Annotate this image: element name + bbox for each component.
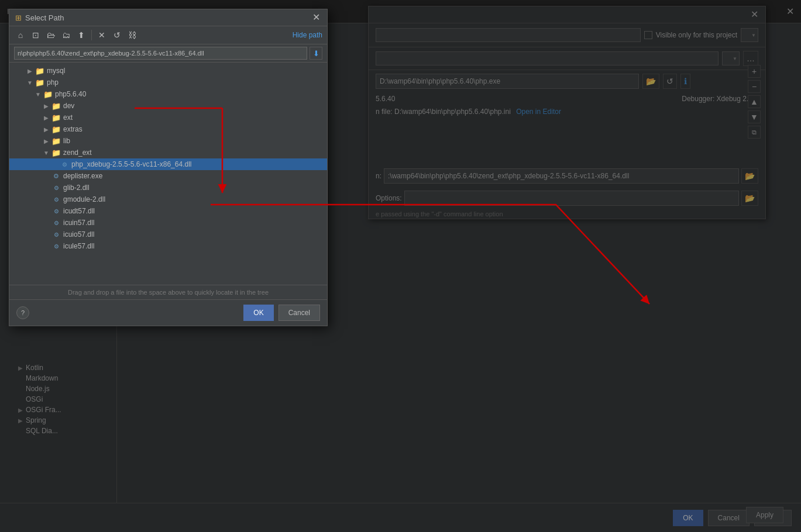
tree-item-lib[interactable]: ▶ 📁 lib — [9, 135, 327, 147]
tree-item-label: php_xdebug-2.5.5-5.6-vc11-x86_64.dll — [71, 160, 191, 168]
link-button[interactable]: ⛓ — [126, 29, 139, 42]
tree-item-php[interactable]: ▼ 📁 php — [9, 77, 327, 88]
tree-item-label: glib-2.dll — [63, 184, 90, 192]
icuin-file-icon: ⚙ — [51, 218, 61, 227]
tree-item-label: icuio57.dll — [63, 230, 94, 239]
mysql-arrow-icon: ▶ — [27, 68, 33, 74]
download-icon: ⬇ — [313, 49, 319, 58]
zendext-arrow-icon: ▼ — [43, 150, 49, 156]
dialog-help-button[interactable]: ? — [16, 306, 29, 319]
new-folder-button[interactable]: 🗁 — [44, 29, 57, 42]
tree-item-gmodule[interactable]: ⚙ gmodule-2.dll — [9, 194, 327, 205]
hint-text: Drag and drop a file into the space abov… — [68, 289, 269, 296]
dialog-footer-buttons: OK Cancel — [243, 305, 320, 321]
tree-item-label: lib — [63, 137, 70, 145]
folder-up-button[interactable]: ⬆ — [75, 29, 88, 42]
new-folder-icon: 🗁 — [47, 30, 55, 40]
mysql-folder-icon: 📁 — [35, 66, 44, 75]
path-input[interactable] — [14, 47, 307, 60]
file-tree[interactable]: ▶ 📁 mysql ▼ 📁 php ▼ 📁 php5.6.40 ▶ 📁 dev … — [9, 63, 327, 285]
lib-folder-icon: 📁 — [51, 136, 61, 146]
select-path-titlebar: ⊞ Select Path ✕ — [9, 9, 327, 26]
link-icon: ⛓ — [128, 30, 136, 40]
home-button[interactable]: ⌂ — [14, 29, 27, 42]
dev-folder-icon: 📁 — [51, 101, 61, 110]
gmodule-file-icon: ⚙ — [51, 195, 61, 204]
tree-item-icule[interactable]: ⚙ icule57.dll — [9, 240, 327, 252]
tree-item-label: icuin57.dll — [63, 219, 94, 227]
tree-item-label: icudt57.dll — [63, 207, 95, 215]
tree-item-xdebug-dll[interactable]: ⚙ php_xdebug-2.5.5-5.6-vc11-x86_64.dll — [9, 158, 327, 170]
tree-item-mysql[interactable]: ▶ 📁 mysql — [9, 65, 327, 77]
lib-arrow-icon: ▶ — [43, 138, 49, 144]
delete-icon: ✕ — [98, 30, 105, 40]
select-path-icon: ⊞ — [15, 13, 22, 22]
ext-arrow-icon: ▶ — [43, 115, 49, 121]
tree-item-php5640[interactable]: ▼ 📁 php5.6.40 — [9, 88, 327, 100]
tree-item-label: dev — [63, 102, 74, 110]
tree-item-zend-ext[interactable]: ▼ 📁 zend_ext — [9, 147, 327, 158]
icule-file-icon: ⚙ — [51, 241, 61, 251]
drag-hint: Drag and drop a file into the space abov… — [9, 285, 327, 299]
refresh-tree-icon: ↺ — [114, 30, 121, 40]
xdebug-file-icon: ⚙ — [60, 160, 69, 169]
glib-file-icon: ⚙ — [51, 183, 61, 192]
icudt-file-icon: ⚙ — [51, 206, 61, 216]
folder-up-icon: ⬆ — [78, 30, 85, 40]
php5640-folder-icon: 📁 — [43, 89, 53, 99]
delete-button[interactable]: ✕ — [95, 29, 108, 42]
tree-item-label: php — [47, 78, 59, 87]
zendext-folder-icon: 📁 — [51, 148, 61, 157]
tree-item-extras[interactable]: ▶ 📁 extras — [9, 123, 327, 135]
toolbar-sep1 — [91, 30, 92, 40]
home-icon: ⌂ — [18, 30, 23, 40]
select-path-toolbar: ⌂ ⊡ 🗁 🗂 ⬆ ✕ ↺ ⛓ Hide path — [9, 26, 327, 44]
scroll-icon: ⊡ — [32, 30, 39, 40]
select-path-cancel-button[interactable]: Cancel — [279, 305, 320, 321]
tree-item-label: extras — [63, 125, 82, 133]
delete-folder-icon: 🗂 — [62, 30, 70, 40]
tree-item-ext[interactable]: ▶ 📁 ext — [9, 112, 327, 123]
extras-folder-icon: 📁 — [51, 125, 61, 134]
select-path-footer: ? OK Cancel — [9, 299, 327, 326]
refresh-tree-button[interactable]: ↺ — [111, 29, 123, 42]
dev-arrow-icon: ▶ — [43, 103, 49, 109]
tree-item-icudt[interactable]: ⚙ icudt57.dll — [9, 205, 327, 217]
tree-item-label: mysql — [47, 67, 65, 75]
php-arrow-icon: ▼ — [27, 80, 33, 86]
tree-item-label: zend_ext — [63, 148, 92, 157]
select-path-close-button[interactable]: ✕ — [311, 13, 321, 22]
php5640-arrow-icon: ▼ — [35, 91, 41, 98]
tree-item-deplister[interactable]: ⚙ deplister.exe — [9, 170, 327, 182]
dialog-path-row: ⬇ — [9, 44, 327, 63]
tree-item-dev[interactable]: ▶ 📁 dev — [9, 100, 327, 112]
tree-item-label: deplister.exe — [63, 172, 102, 180]
tree-item-icuin[interactable]: ⚙ icuin57.dll — [9, 217, 327, 229]
select-path-title: Select Path — [25, 13, 64, 22]
tree-item-label: gmodule-2.dll — [63, 195, 105, 203]
extras-arrow-icon: ▶ — [43, 126, 49, 133]
tree-item-label: php5.6.40 — [55, 90, 86, 98]
select-path-dialog: ⊞ Select Path ✕ ⌂ ⊡ 🗁 🗂 ⬆ ✕ ↺ ⛓ Hide — [9, 9, 328, 326]
download-button[interactable]: ⬇ — [310, 47, 322, 60]
delete-folder-button[interactable]: 🗂 — [60, 29, 73, 42]
tree-item-icuio[interactable]: ⚙ icuio57.dll — [9, 229, 327, 240]
select-path-title-group: ⊞ Select Path — [15, 13, 64, 22]
icuio-file-icon: ⚙ — [51, 230, 61, 239]
hide-path-button[interactable]: Hide path — [293, 31, 322, 39]
select-path-ok-button[interactable]: OK — [243, 305, 273, 321]
scroll-from-source-button[interactable]: ⊡ — [29, 29, 42, 42]
tree-item-glib[interactable]: ⚙ glib-2.dll — [9, 182, 327, 194]
ext-folder-icon: 📁 — [51, 113, 61, 122]
tree-item-label: ext — [63, 113, 73, 122]
deplister-file-icon: ⚙ — [51, 171, 61, 181]
php-folder-icon: 📁 — [35, 78, 44, 87]
tree-item-label: icule57.dll — [63, 242, 94, 250]
